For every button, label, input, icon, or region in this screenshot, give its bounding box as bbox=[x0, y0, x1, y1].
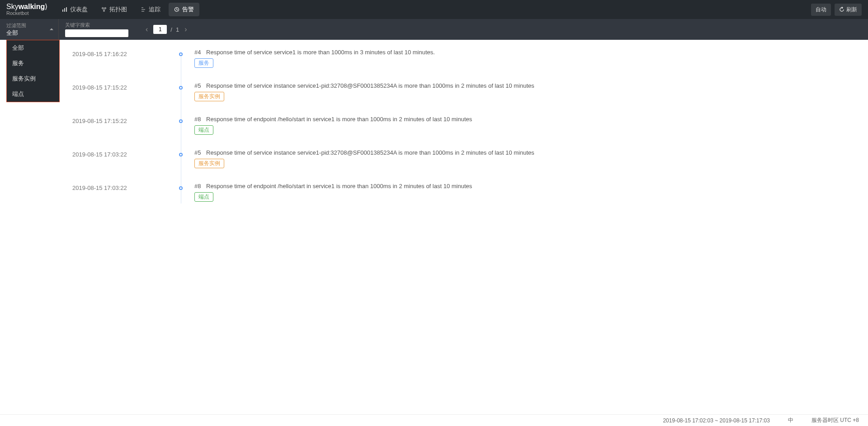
alarm-row[interactable]: 2019-08-15 17:16:22#4 Response time of s… bbox=[72, 49, 850, 70]
nav-items: 仪表盘 拓扑图 追踪 告警 bbox=[57, 3, 199, 16]
keyword-input[interactable] bbox=[65, 29, 128, 37]
logo-text: Skywalking⟩ bbox=[6, 3, 47, 10]
alarm-type-tag: 端点 bbox=[194, 192, 213, 202]
alarm-message: #8 Response time of endpoint /hello/star… bbox=[194, 183, 850, 189]
timeline-dot-icon bbox=[179, 186, 183, 190]
keyword-search-block: 关键字搜索 bbox=[59, 19, 135, 40]
nav-alarm-label: 告警 bbox=[182, 5, 194, 14]
svg-rect-0 bbox=[62, 9, 63, 12]
filter-bar: 过滤范围 全部 关键字搜索 ‹ / 1 › bbox=[0, 19, 868, 40]
nav-dashboard-label: 仪表盘 bbox=[70, 5, 88, 14]
alarm-type-tag: 服务 bbox=[194, 58, 213, 68]
pager-next[interactable]: › bbox=[183, 25, 189, 33]
timeline-dot-icon bbox=[179, 86, 183, 90]
filter-scope-value: 全部 bbox=[6, 29, 52, 37]
timeline-dot-icon bbox=[179, 119, 183, 123]
timeline-dot-icon bbox=[179, 153, 183, 156]
alarm-body: #5 Response time of service instance ser… bbox=[194, 82, 850, 101]
alarm-row[interactable]: 2019-08-15 17:03:22#5 Response time of s… bbox=[72, 149, 850, 170]
refresh-button[interactable]: 刷新 bbox=[835, 4, 862, 16]
alarm-type-tag: 端点 bbox=[194, 125, 213, 135]
alarm-message: #5 Response time of service instance ser… bbox=[194, 82, 850, 89]
svg-rect-1 bbox=[64, 8, 65, 12]
auto-button[interactable]: 自动 bbox=[811, 4, 831, 16]
nav-dashboard[interactable]: 仪表盘 bbox=[57, 3, 93, 16]
nav-alarm[interactable]: 告警 bbox=[169, 3, 199, 16]
alarm-message: #8 Response time of endpoint /hello/star… bbox=[194, 116, 850, 123]
dropdown-item-instance[interactable]: 服务实例 bbox=[7, 71, 59, 86]
pager-current-input[interactable] bbox=[153, 25, 167, 34]
keyword-label: 关键字搜索 bbox=[65, 22, 128, 28]
timeline-dot-icon bbox=[179, 52, 183, 56]
alarm-body: #4 Response time of service service1 is … bbox=[194, 49, 850, 68]
pager-total: 1 bbox=[176, 26, 179, 33]
topnav-right: 自动 刷新 bbox=[811, 4, 862, 16]
refresh-icon bbox=[839, 7, 844, 12]
trace-icon bbox=[141, 7, 146, 12]
alarm-index: #8 bbox=[194, 116, 201, 123]
filter-scope-select[interactable]: 过滤范围 全部 bbox=[0, 19, 59, 40]
alarm-body: #8 Response time of endpoint /hello/star… bbox=[194, 116, 850, 135]
alarm-type-tag: 服务实例 bbox=[194, 92, 224, 101]
svg-rect-2 bbox=[66, 7, 67, 12]
alarm-index: #8 bbox=[194, 183, 201, 189]
alarm-timestamp: 2019-08-15 17:03:22 bbox=[72, 183, 172, 191]
pager-prev[interactable]: ‹ bbox=[144, 25, 150, 33]
alarm-body: #8 Response time of endpoint /hello/star… bbox=[194, 183, 850, 202]
alarm-timestamp: 2019-08-15 17:03:22 bbox=[72, 149, 172, 158]
alarm-timestamp: 2019-08-15 17:16:22 bbox=[72, 49, 172, 57]
pager-sep: / bbox=[170, 26, 172, 33]
alarm-message: #5 Response time of service instance ser… bbox=[194, 149, 850, 156]
filter-scope-label: 过滤范围 bbox=[6, 22, 52, 29]
chart-icon bbox=[62, 7, 67, 12]
dropdown-item-all[interactable]: 全部 bbox=[7, 40, 59, 56]
alarm-index: #4 bbox=[194, 49, 201, 56]
alarm-body: #5 Response time of service instance ser… bbox=[194, 149, 850, 168]
logo-subtext: Rocketbot bbox=[6, 11, 47, 16]
nav-topology-label: 拓扑图 bbox=[109, 5, 127, 14]
nav-trace[interactable]: 追踪 bbox=[135, 3, 166, 16]
dropdown-item-endpoint[interactable]: 端点 bbox=[7, 86, 59, 102]
nav-trace-label: 追踪 bbox=[149, 5, 160, 14]
alarm-index: #5 bbox=[194, 82, 201, 89]
nav-topology[interactable]: 拓扑图 bbox=[96, 3, 132, 16]
alarm-row[interactable]: 2019-08-15 17:15:22#8 Response time of e… bbox=[72, 116, 850, 137]
alarm-row[interactable]: 2019-08-15 17:03:22#8 Response time of e… bbox=[72, 183, 850, 204]
alarm-timestamp: 2019-08-15 17:15:22 bbox=[72, 116, 172, 124]
alarm-content: 2019-08-15 17:16:22#4 Response time of s… bbox=[0, 40, 868, 243]
alarm-message: #4 Response time of service service1 is … bbox=[194, 49, 850, 56]
topology-icon bbox=[101, 7, 107, 12]
dropdown-item-service[interactable]: 服务 bbox=[7, 56, 59, 71]
top-nav: Skywalking⟩ Rocketbot 仪表盘 拓扑图 追踪 告警 自动 刷… bbox=[0, 0, 868, 19]
alarm-row[interactable]: 2019-08-15 17:15:22#5 Response time of s… bbox=[72, 82, 850, 103]
logo: Skywalking⟩ Rocketbot bbox=[6, 3, 47, 16]
alarm-type-tag: 服务实例 bbox=[194, 159, 224, 168]
chevron-up-icon bbox=[49, 26, 54, 33]
alarm-timeline: 2019-08-15 17:16:22#4 Response time of s… bbox=[72, 49, 850, 204]
alarm-index: #5 bbox=[194, 149, 201, 156]
alarm-timestamp: 2019-08-15 17:15:22 bbox=[72, 82, 172, 91]
pager: ‹ / 1 › bbox=[135, 19, 198, 40]
filter-scope-dropdown: 全部 服务 服务实例 端点 bbox=[6, 40, 60, 102]
alarm-icon bbox=[174, 7, 179, 12]
